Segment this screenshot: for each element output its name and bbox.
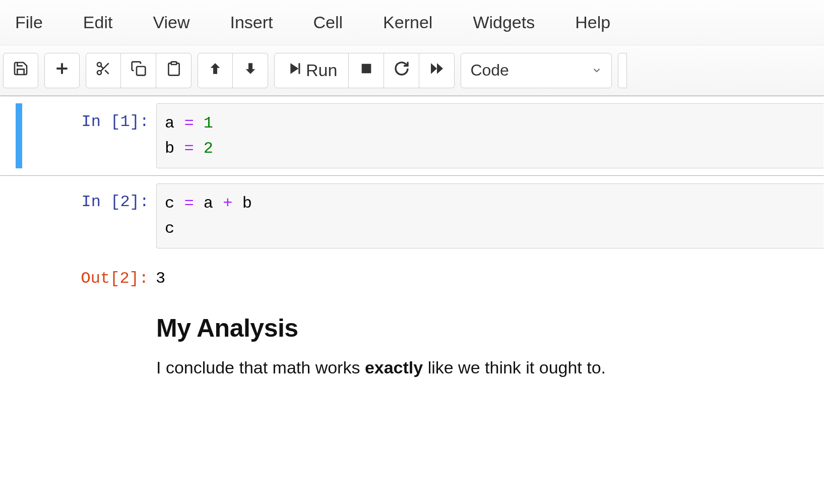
restart-icon xyxy=(394,60,410,80)
copy-icon xyxy=(131,60,147,80)
command-palette-button[interactable] xyxy=(618,53,627,88)
code-editor[interactable]: c = a + b c xyxy=(156,183,823,248)
move-down-button[interactable] xyxy=(233,53,268,88)
md-text: I conclude that math works xyxy=(156,358,365,377)
md-text: like we think it ought to. xyxy=(423,358,606,377)
arrow-up-icon xyxy=(207,60,223,80)
svg-point-3 xyxy=(97,71,101,75)
output-prompt: Out[2]: xyxy=(25,269,149,288)
fast-forward-icon xyxy=(429,60,445,80)
interrupt-button[interactable] xyxy=(349,53,384,88)
svg-rect-8 xyxy=(171,62,176,65)
output-value: 3 xyxy=(156,260,165,288)
cell-selection-bar xyxy=(16,183,22,248)
paste-icon xyxy=(166,60,182,80)
celltype-value: Code xyxy=(470,61,509,80)
notebook: In [1]: a = 1 b = 2 In [2]: c = a + b c … xyxy=(0,96,824,388)
cell-selection-bar xyxy=(16,103,22,168)
restart-run-all-button[interactable] xyxy=(419,53,455,88)
copy-button[interactable] xyxy=(121,53,156,88)
save-icon xyxy=(13,60,29,80)
add-cell-button[interactable] xyxy=(44,53,80,88)
menu-file[interactable]: File xyxy=(5,4,63,41)
svg-line-6 xyxy=(101,66,103,69)
svg-rect-11 xyxy=(362,64,371,74)
svg-rect-10 xyxy=(298,63,300,74)
cut-icon xyxy=(95,60,111,80)
output-row: Out[2]: 3 xyxy=(0,256,824,288)
run-icon xyxy=(286,60,302,81)
run-label: Run xyxy=(306,60,337,80)
code-cell[interactable]: In [1]: a = 1 b = 2 xyxy=(0,96,824,176)
menu-edit[interactable]: Edit xyxy=(63,4,133,41)
markdown-cell[interactable]: My Analysis I conclude that math works e… xyxy=(0,288,824,388)
move-up-button[interactable] xyxy=(198,53,233,88)
run-button[interactable]: Run xyxy=(274,53,349,88)
input-prompt: In [1]: xyxy=(25,112,149,131)
toolbar: Run Code xyxy=(0,45,824,96)
svg-marker-9 xyxy=(290,63,298,74)
markdown-heading: My Analysis xyxy=(156,313,823,343)
paste-button[interactable] xyxy=(156,53,192,88)
celltype-select[interactable]: Code xyxy=(461,53,612,88)
code-editor[interactable]: a = 1 b = 2 xyxy=(156,103,823,168)
plus-icon xyxy=(54,60,70,80)
menu-cell[interactable]: Cell xyxy=(293,4,363,41)
md-bold: exactly xyxy=(365,358,423,377)
menu-insert[interactable]: Insert xyxy=(210,4,293,41)
menu-view[interactable]: View xyxy=(133,4,210,41)
stop-icon xyxy=(358,60,374,80)
svg-marker-13 xyxy=(437,63,443,74)
chevron-down-icon xyxy=(591,61,602,80)
menu-kernel[interactable]: Kernel xyxy=(363,4,453,41)
menubar: File Edit View Insert Cell Kernel Widget… xyxy=(0,0,824,45)
svg-point-2 xyxy=(97,62,101,67)
menu-help[interactable]: Help xyxy=(555,4,630,41)
svg-marker-12 xyxy=(431,63,437,74)
cut-button[interactable] xyxy=(86,53,121,88)
menu-widgets[interactable]: Widgets xyxy=(453,4,555,41)
cell-selection-bar xyxy=(15,260,22,288)
input-prompt: In [2]: xyxy=(25,193,149,211)
code-cell[interactable]: In [2]: c = a + b c xyxy=(0,176,824,256)
svg-rect-7 xyxy=(137,67,145,75)
save-button[interactable] xyxy=(3,53,38,88)
restart-button[interactable] xyxy=(384,53,419,88)
arrow-down-icon xyxy=(242,60,259,80)
cell-selection-bar xyxy=(16,313,22,380)
svg-line-5 xyxy=(105,70,108,74)
markdown-paragraph: I conclude that math works exactly like … xyxy=(156,356,823,380)
